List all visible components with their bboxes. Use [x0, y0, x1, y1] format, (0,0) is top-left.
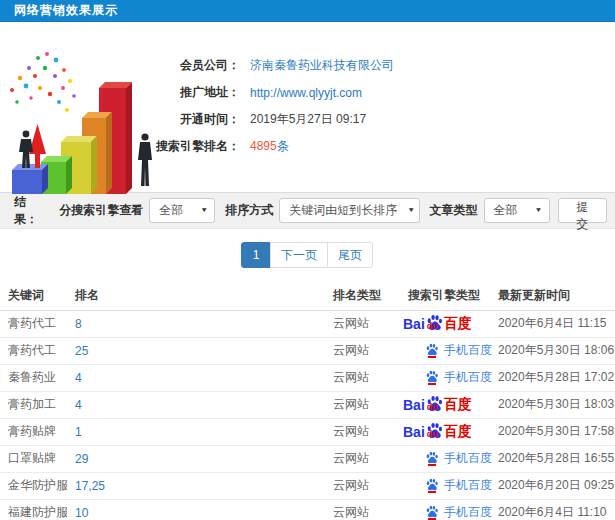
- update-time-cell: 2020年6月4日 11:15: [498, 316, 607, 330]
- update-time-cell: 2020年5月28日 16:55: [498, 451, 614, 465]
- table-row: 膏药代工 25 云网站 Bai du: [0, 337, 615, 364]
- baidu-paw-icon: du: [426, 423, 443, 440]
- keyword-cell: 膏药代工: [8, 343, 56, 357]
- update-time-cell: 2020年6月4日 11:10: [498, 505, 607, 519]
- keyword-cell: 膏药加工: [8, 397, 56, 411]
- baidu-du-text: du: [427, 429, 438, 439]
- mobile-baidu-underline: [428, 464, 436, 466]
- page-1-button[interactable]: 1: [241, 242, 271, 268]
- rank-link[interactable]: 17,25: [75, 479, 105, 493]
- rank-link[interactable]: 4: [75, 371, 82, 385]
- rank-link[interactable]: 1: [75, 425, 82, 439]
- page: 网络营销效果展示: [0, 0, 615, 520]
- update-time-cell: 2020年5月30日 18:06: [498, 343, 614, 357]
- baidu-du-text: du: [427, 402, 438, 412]
- chevron-down-icon: ▼: [407, 207, 415, 214]
- mobile-baidu-underline: [428, 356, 436, 358]
- table-row: 秦鲁药业 4 云网站 Bai du: [0, 364, 615, 391]
- baidu-paw-icon: du: [426, 396, 443, 413]
- sort-select[interactable]: 关键词由短到长排序 ▼: [279, 198, 419, 223]
- baidu-paw-icon: du: [426, 315, 443, 332]
- confetti-dots: [10, 52, 76, 112]
- table-row: 口罩贴牌 29 云网站 Bai du: [0, 445, 615, 472]
- keyword-cell: 福建防护服: [8, 505, 67, 519]
- sort-selected-value: 关键词由短到长排序: [289, 202, 397, 219]
- rank-type-cell: 云网站: [333, 397, 369, 411]
- table-row: 膏药代工 8 云网站 Bai du: [0, 310, 615, 337]
- update-time-cell: 2020年5月28日 17:02: [498, 370, 614, 384]
- keyword-cell: 口罩贴牌: [8, 451, 56, 465]
- table-header-row: 关键词 排名 排名类型 搜索引擎类型 最新更新时间: [0, 282, 615, 310]
- rank-link[interactable]: 8: [75, 317, 82, 331]
- article-type-label: 文章类型: [430, 202, 478, 219]
- rank-count-number: 4895: [250, 139, 277, 153]
- rank-type-cell: 云网站: [333, 370, 369, 384]
- promo-url-link[interactable]: http://www.qlyyjt.com: [250, 86, 362, 100]
- col-rank-type: 排名类型: [325, 282, 393, 310]
- mobile-baidu-underline: [428, 491, 436, 493]
- last-page-button[interactable]: 尾页: [327, 242, 373, 268]
- keyword-cell: 金华防护服: [8, 478, 67, 492]
- mobile-baidu-text: 手机百度: [444, 504, 492, 520]
- info-row-url: 推广地址： http://www.qlyyjt.com: [150, 79, 394, 106]
- page-title: 网络营销效果展示: [14, 2, 118, 19]
- rank-type-cell: 云网站: [333, 316, 369, 330]
- baidu-cn-text: 百度: [444, 396, 472, 414]
- info-fields: 会员公司： 济南秦鲁药业科技有限公司 推广地址： http://www.qlyy…: [150, 52, 394, 160]
- update-time-cell: 2020年5月30日 18:03: [498, 397, 614, 411]
- info-row-open-time: 开通时间： 2019年5月27日 09:17: [150, 106, 394, 133]
- engine-view-select[interactable]: 全部 ▼: [149, 198, 215, 223]
- rank-type-cell: 云网站: [333, 343, 369, 357]
- mobile-baidu-text: 手机百度: [444, 450, 492, 467]
- baidu-cn-text: 百度: [444, 315, 472, 333]
- engine-view-label: 分搜索引擎查看: [59, 202, 143, 219]
- rank-link[interactable]: 4: [75, 398, 82, 412]
- mobile-baidu-logo: 手机百度: [425, 477, 493, 494]
- update-time-cell: 2020年6月20日 09:25: [498, 478, 614, 492]
- baidu-bai-text: Bai: [403, 316, 425, 332]
- submit-button[interactable]: 提交: [558, 198, 608, 223]
- keyword-cell: 秦鲁药业: [8, 370, 56, 384]
- mobile-baidu-paw-icon: [425, 370, 439, 385]
- rank-link[interactable]: 25: [75, 344, 88, 358]
- mobile-baidu-paw-icon: [425, 505, 439, 520]
- company-link[interactable]: 济南秦鲁药业科技有限公司: [250, 57, 394, 74]
- rank-type-cell: 云网站: [333, 451, 369, 465]
- update-time-cell: 2020年5月30日 17:58: [498, 424, 614, 438]
- col-rank: 排名: [67, 282, 325, 310]
- baidu-logo: Bai du 百度: [403, 396, 493, 414]
- mobile-baidu-text: 手机百度: [444, 342, 492, 359]
- mobile-baidu-paw-icon: [425, 478, 439, 493]
- col-update-time: 最新更新时间: [493, 282, 615, 310]
- table-row: 膏药加工 4 云网站 Bai du: [0, 391, 615, 418]
- rank-type-cell: 云网站: [333, 478, 369, 492]
- mobile-baidu-text: 手机百度: [444, 477, 492, 494]
- mobile-baidu-logo: 手机百度: [425, 504, 493, 520]
- baidu-logo: Bai du 百度: [403, 423, 493, 441]
- info-row-company: 会员公司： 济南秦鲁药业科技有限公司: [150, 52, 394, 79]
- col-keyword: 关键词: [0, 282, 67, 310]
- article-type-select[interactable]: 全部 ▼: [484, 198, 550, 223]
- mobile-baidu-underline: [428, 383, 436, 385]
- open-time-label: 开通时间：: [150, 111, 240, 128]
- company-label: 会员公司：: [150, 57, 240, 74]
- rank-count-label: 搜索引擎排名：: [150, 138, 240, 155]
- mobile-baidu-paw-icon: [425, 343, 439, 358]
- mobile-baidu-logo: 手机百度: [425, 369, 493, 386]
- mobile-baidu-paw-icon: [425, 451, 439, 466]
- baidu-du-text: du: [427, 321, 438, 331]
- chevron-down-icon: ▼: [535, 207, 543, 214]
- bar-blue: [12, 164, 48, 194]
- next-page-button[interactable]: 下一页: [270, 242, 328, 268]
- rank-count-value: 4895条: [250, 138, 289, 155]
- article-type-selected-value: 全部: [494, 202, 518, 219]
- rank-link[interactable]: 10: [75, 506, 88, 520]
- keyword-cell: 膏药贴牌: [8, 424, 56, 438]
- results-table: 关键词 排名 排名类型 搜索引擎类型 最新更新时间 膏药代工 8 云网站 Bai: [0, 282, 615, 520]
- baidu-bai-text: Bai: [403, 397, 425, 413]
- engine-view-selected-value: 全部: [159, 202, 183, 219]
- table-row: 福建防护服 10 云网站 Bai du: [0, 499, 615, 520]
- baidu-bai-text: Bai: [403, 424, 425, 440]
- businessman-left-figure: [19, 131, 33, 168]
- rank-link[interactable]: 29: [75, 452, 88, 466]
